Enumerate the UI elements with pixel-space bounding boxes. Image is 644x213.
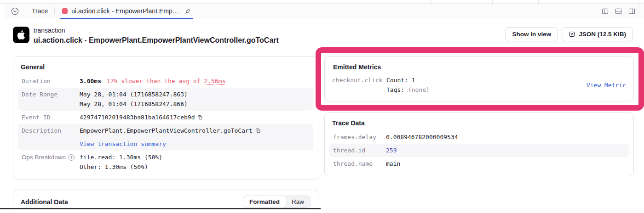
column-divider (538, 0, 539, 4)
panel-left-border (4, 0, 4, 213)
frames-delay-value: 0.008946782000009534 (386, 132, 458, 142)
metric-tags: Tags: (none) (386, 85, 430, 95)
trace-data-title: Trace Data (332, 119, 626, 127)
date-range-start: May 28, 01:04 (1716858247.863) (80, 90, 188, 99)
column-divider (430, 0, 431, 4)
tab-transaction-label: ui.action.click - EmpowerPlant.Emp… (71, 7, 178, 15)
event-id-value: 429747102019483ba81ba164617ceb9d (80, 114, 195, 121)
description-value: EmpowerPlant.EmpowerPlantViewController.… (80, 127, 253, 134)
thread-id-value: 259 (386, 146, 397, 155)
date-range-end: May 28, 01:04 (1716858247.866) (80, 99, 188, 109)
formatted-toggle-button[interactable]: Formatted (243, 196, 286, 208)
copy-icon[interactable] (197, 114, 203, 120)
highlight-annotation: Emitted Metrics checkout.click Count: 1 … (316, 47, 644, 111)
thread-id-key: thread.id (333, 146, 386, 155)
ops-breakdown-item: Other: 1.30ms (50%) (80, 162, 162, 172)
row-description: Description EmpowerPlant.EmpowerPlantVie… (18, 124, 313, 151)
view-transaction-summary-link[interactable]: View transaction summary (80, 140, 166, 147)
metric-row: checkout.click Count: 1 Tags: (none) Vie… (331, 74, 627, 95)
json-download-button[interactable]: JSON (12.5 KiB) (562, 27, 633, 41)
thread-name-key: thread.name (333, 159, 386, 168)
event-type-label: transaction (34, 26, 279, 35)
view-metric-link[interactable]: View Metric (586, 80, 626, 90)
additional-data-card: Additional Data Formatted Raw frames.del… (13, 190, 318, 213)
column-divider (639, 0, 639, 4)
trace-data-card: Trace Data frames.delay 0.00894678200000… (324, 112, 634, 176)
format-toggle: Formatted Raw (243, 196, 310, 208)
ops-breakdown-item: file.read: 1.30ms (50%) (80, 152, 162, 162)
duration-label: Duration (22, 76, 80, 86)
dock-left-icon[interactable] (601, 7, 609, 15)
event-id-label: Event ID (22, 112, 80, 122)
transaction-type-dot-icon (62, 8, 68, 14)
help-icon[interactable]: ? (68, 154, 75, 161)
dock-bottom-icon[interactable] (615, 7, 622, 15)
row-date-range: Date Range May 28, 01:04 (1716858247.863… (18, 88, 313, 111)
date-range-label: Date Range (22, 90, 80, 99)
column-divider (359, 0, 359, 4)
general-card: General Duration 3.00ms 17% slower than … (13, 56, 318, 179)
row-ops-breakdown: Ops Breakdown ? file.read: 1.30ms (50%) … (18, 151, 313, 174)
duration-comparison: 17% slower than the avg of 2.56ms (107, 76, 225, 86)
column-divider (492, 0, 493, 4)
metric-count: Count: 1 (386, 75, 430, 85)
duration-value: 3.00ms (80, 76, 101, 86)
description-label: Description (22, 126, 80, 135)
drawer-tab-bar: Trace ui.action.click - EmpowerPlant.Emp… (4, 4, 644, 18)
general-title: General (21, 63, 310, 71)
row-thread-id: thread.id 259 (329, 144, 629, 157)
emitted-metrics-card: Emitted Metrics checkout.click Count: 1 … (324, 56, 634, 101)
tab-divider (25, 7, 25, 15)
additional-data-title: Additional Data (21, 198, 68, 206)
row-duration: Duration 3.00ms 17% slower than the avg … (18, 74, 313, 88)
row-event-id: Event ID 429747102019483ba81ba164617ceb9… (18, 111, 313, 124)
collapse-drawer-icon[interactable] (11, 7, 19, 16)
top-cropped-strip (0, 0, 644, 4)
tab-divider (54, 7, 55, 15)
viewport-bottom-edge (0, 208, 321, 209)
emitted-metrics-title: Emitted Metrics (333, 63, 624, 71)
transaction-header: transaction ui.action.click - EmpowerPla… (4, 18, 644, 45)
external-link-icon (569, 31, 575, 38)
frames-delay-key: frames.delay (333, 132, 386, 142)
pin-tab-icon[interactable] (184, 8, 191, 15)
raw-toggle-button[interactable]: Raw (286, 196, 310, 207)
show-in-view-button[interactable]: Show in view (505, 27, 558, 41)
json-button-label: JSON (12.5 KiB) (579, 31, 626, 38)
row-thread-name: thread.name main (329, 157, 629, 170)
avg-duration[interactable]: 2.56ms (204, 78, 225, 84)
thread-name-value: main (386, 159, 400, 168)
tab-transaction-active[interactable]: ui.action.click - EmpowerPlant.Emp… (60, 4, 193, 18)
tab-trace[interactable]: Trace (31, 7, 49, 15)
metric-name: checkout.click (332, 75, 386, 85)
copy-icon[interactable] (255, 128, 261, 134)
apple-platform-icon (13, 27, 29, 43)
ops-breakdown-label: Ops Breakdown ? (22, 152, 80, 162)
dock-right-icon[interactable] (628, 7, 636, 15)
show-in-view-label: Show in view (512, 31, 551, 38)
page-title: ui.action.click - EmpowerPlant.EmpowerPl… (34, 35, 279, 45)
row-frames-delay: frames.delay 0.008946782000009534 (329, 130, 629, 144)
